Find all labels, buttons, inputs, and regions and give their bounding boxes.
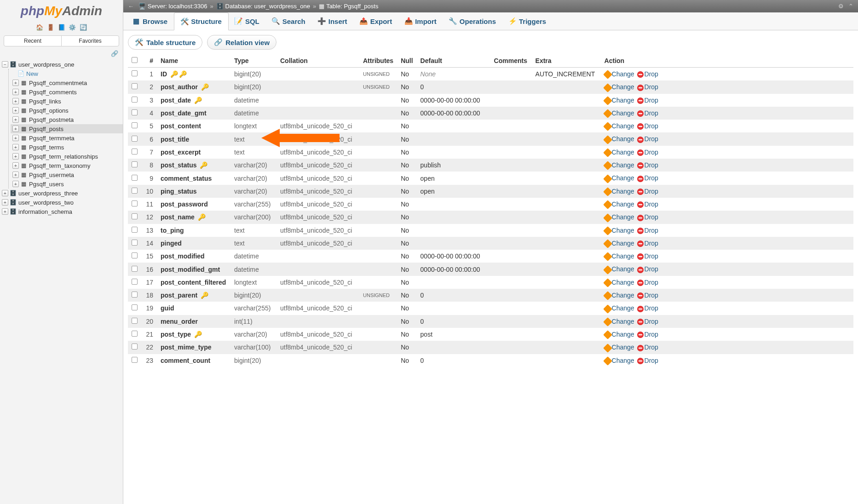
row-checkbox[interactable] — [132, 122, 138, 128]
select-all-checkbox[interactable] — [132, 57, 138, 63]
action-change[interactable]: Change — [605, 122, 634, 130]
action-change[interactable]: Change — [605, 344, 634, 351]
expand-icon[interactable]: + — [12, 98, 19, 104]
expand-icon[interactable]: + — [12, 162, 19, 169]
action-drop[interactable]: Drop — [637, 109, 658, 117]
action-drop[interactable]: Drop — [637, 227, 658, 234]
settings-icon[interactable]: ⚙️ — [69, 24, 76, 31]
subtab-relation-view[interactable]: 🔗Relation view — [207, 35, 276, 50]
action-change[interactable]: Change — [605, 161, 634, 169]
expand-icon[interactable]: + — [12, 135, 19, 141]
th-comments[interactable]: Comments — [490, 54, 532, 68]
tree-db-user_wordpress_two[interactable]: +🗄️user_wordpress_two — [0, 198, 123, 207]
expand-icon[interactable]: + — [12, 80, 19, 86]
row-checkbox[interactable] — [132, 227, 138, 233]
action-drop[interactable]: Drop — [637, 188, 658, 195]
expand-icon[interactable]: + — [12, 172, 19, 178]
expand-icon[interactable]: + — [2, 199, 8, 206]
tab-insert[interactable]: ➕Insert — [312, 12, 354, 30]
action-drop[interactable]: Drop — [637, 135, 658, 143]
tree-table-Pgsqff_postmeta[interactable]: +▦Pgsqff_postmeta — [11, 115, 123, 124]
tree-table-Pgsqff_posts[interactable]: +▦Pgsqff_posts — [11, 124, 123, 133]
th-null[interactable]: Null — [397, 54, 416, 68]
action-drop[interactable]: Drop — [637, 149, 658, 156]
action-change[interactable]: Change — [605, 357, 634, 364]
action-drop[interactable]: Drop — [637, 240, 658, 247]
tree-new-table[interactable]: 📄New — [11, 69, 123, 78]
action-drop[interactable]: Drop — [637, 344, 658, 351]
action-change[interactable]: Change — [605, 318, 634, 325]
row-checkbox[interactable] — [132, 266, 138, 272]
tree-table-Pgsqff_commentmeta[interactable]: +▦Pgsqff_commentmeta — [11, 78, 123, 87]
th-attributes[interactable]: Attributes — [359, 54, 397, 68]
action-change[interactable]: Change — [605, 83, 634, 91]
expand-icon[interactable]: + — [12, 89, 19, 95]
row-checkbox[interactable] — [132, 252, 138, 258]
expand-icon[interactable]: + — [12, 126, 19, 132]
action-drop[interactable]: Drop — [637, 70, 658, 78]
action-drop[interactable]: Drop — [637, 331, 658, 338]
th-default[interactable]: Default — [417, 54, 490, 68]
row-checkbox[interactable] — [132, 344, 138, 349]
row-checkbox[interactable] — [132, 240, 138, 246]
action-drop[interactable]: Drop — [637, 122, 658, 130]
page-settings-icon[interactable]: ⚙ — [838, 3, 844, 10]
tree-db-current[interactable]: − 🗄️ user_wordpress_one — [0, 60, 123, 69]
collapse-sidebar-icon[interactable]: ← — [128, 3, 134, 10]
action-change[interactable]: Change — [605, 135, 634, 143]
action-change[interactable]: Change — [605, 97, 634, 104]
tab-sql[interactable]: 📝SQL — [229, 12, 266, 30]
docs-icon[interactable]: 📘 — [58, 24, 65, 31]
action-drop[interactable]: Drop — [637, 161, 658, 169]
row-checkbox[interactable] — [132, 161, 138, 167]
tree-table-Pgsqff_term_taxonomy[interactable]: +▦Pgsqff_term_taxonomy — [11, 161, 123, 170]
tab-browse[interactable]: ▦Browse — [126, 12, 174, 30]
th-collation[interactable]: Collation — [276, 54, 359, 68]
action-drop[interactable]: Drop — [637, 83, 658, 91]
tab-import[interactable]: 📥Import — [398, 12, 443, 30]
action-change[interactable]: Change — [605, 174, 634, 182]
bc-server[interactable]: localhost:3306 — [169, 3, 207, 10]
row-checkbox[interactable] — [132, 331, 138, 337]
tab-recent[interactable]: Recent — [4, 36, 62, 46]
tree-table-Pgsqff_termmeta[interactable]: +▦Pgsqff_termmeta — [11, 133, 123, 143]
expand-icon[interactable]: + — [12, 107, 19, 114]
action-drop[interactable]: Drop — [637, 200, 658, 208]
action-change[interactable]: Change — [605, 70, 634, 78]
row-checkbox[interactable] — [132, 188, 138, 194]
action-drop[interactable]: Drop — [637, 304, 658, 312]
link-icon[interactable]: 🔗 — [111, 50, 118, 57]
tree-table-Pgsqff_terms[interactable]: +▦Pgsqff_terms — [11, 143, 123, 152]
expand-icon[interactable]: + — [2, 208, 8, 215]
tree-table-Pgsqff_links[interactable]: +▦Pgsqff_links — [11, 97, 123, 106]
action-change[interactable]: Change — [605, 188, 634, 195]
tree-table-Pgsqff_users[interactable]: +▦Pgsqff_users — [11, 179, 123, 189]
action-drop[interactable]: Drop — [637, 265, 658, 273]
bc-table[interactable]: Pgsqff_posts — [344, 3, 378, 10]
tab-triggers[interactable]: ⚡Triggers — [502, 12, 553, 30]
action-change[interactable]: Change — [605, 149, 634, 156]
reload-icon[interactable]: 🔄 — [80, 24, 87, 31]
row-checkbox[interactable] — [132, 136, 138, 142]
row-checkbox[interactable] — [132, 213, 138, 219]
th-name[interactable]: Name — [157, 54, 230, 68]
pma-logo[interactable]: phpMyAdmin — [0, 0, 123, 22]
action-drop[interactable]: Drop — [637, 292, 658, 299]
th-num[interactable]: # — [141, 54, 157, 68]
action-change[interactable]: Change — [605, 200, 634, 208]
action-drop[interactable]: Drop — [637, 279, 658, 286]
row-checkbox[interactable] — [132, 97, 138, 103]
row-checkbox[interactable] — [132, 175, 138, 181]
action-drop[interactable]: Drop — [637, 213, 658, 221]
expand-icon[interactable]: + — [12, 144, 19, 150]
row-checkbox[interactable] — [132, 149, 138, 155]
row-checkbox[interactable] — [132, 304, 138, 310]
action-drop[interactable]: Drop — [637, 318, 658, 325]
action-change[interactable]: Change — [605, 213, 634, 221]
row-checkbox[interactable] — [132, 318, 138, 324]
action-change[interactable]: Change — [605, 109, 634, 117]
bc-db[interactable]: user_wordpress_one — [254, 3, 310, 10]
row-checkbox[interactable] — [132, 200, 138, 206]
tree-table-Pgsqff_comments[interactable]: +▦Pgsqff_comments — [11, 87, 123, 97]
action-change[interactable]: Change — [605, 252, 634, 260]
